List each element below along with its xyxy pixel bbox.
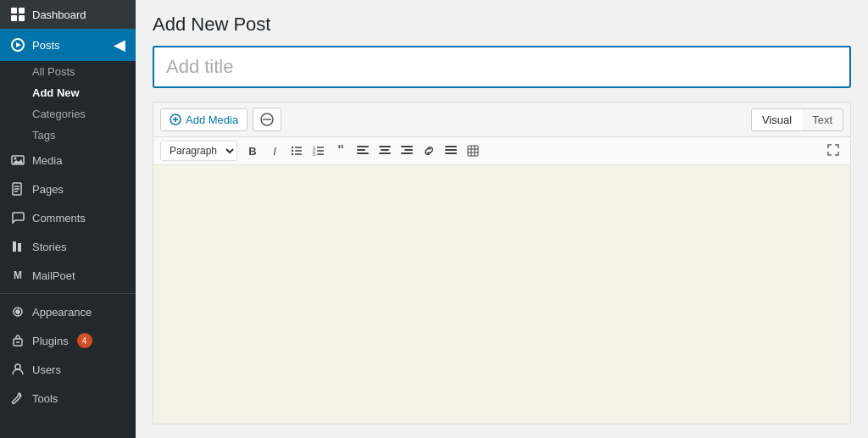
svg-text:3.: 3. [313,152,316,157]
svg-rect-33 [317,147,324,148]
svg-point-28 [292,150,293,152]
sidebar-label-media: Media [32,154,62,167]
sidebar-label-tools: Tools [32,392,58,405]
sidebar-label-dashboard: Dashboard [32,8,86,21]
align-center-icon [379,146,391,156]
sidebar-label-pages: Pages [32,183,64,196]
add-media-button[interactable]: Add Media [160,108,248,131]
sidebar-item-appearance[interactable]: Appearance [0,297,136,326]
svg-rect-46 [401,146,413,147]
sidebar-item-tools[interactable]: Tools [0,384,136,413]
bold-button[interactable]: B [242,141,263,161]
align-full-button[interactable] [441,141,461,161]
svg-rect-14 [18,243,21,252]
ordered-list-button[interactable]: 1. 2. 3. [309,141,329,161]
unordered-list-button[interactable] [287,141,307,161]
blockquote-button[interactable]: " [331,141,351,161]
no-format-icon [260,113,274,126]
sidebar-item-posts[interactable]: Posts ◀ [0,29,136,61]
sidebar-sub-all-posts[interactable]: All Posts [0,61,136,82]
link-icon [423,145,435,157]
svg-rect-40 [357,152,369,154]
sidebar-item-mailpoet[interactable]: M MailPoet [0,261,136,290]
svg-rect-27 [295,147,302,148]
svg-rect-13 [13,241,16,252]
align-full-icon [445,146,457,156]
comments-icon [10,210,25,225]
appearance-icon [10,304,25,319]
add-media-icon [170,114,181,125]
svg-rect-53 [468,146,478,156]
sidebar-item-stories[interactable]: Stories [0,232,136,261]
sidebar-item-plugins[interactable]: Plugins 4 [0,326,136,355]
ul-icon [291,145,303,157]
sidebar-label-appearance: Appearance [32,306,92,319]
align-left-button[interactable] [353,141,373,161]
users-icon [10,362,25,377]
table-icon [467,145,479,157]
svg-rect-44 [379,152,391,154]
expand-button[interactable] [823,141,843,161]
svg-rect-2 [11,15,17,21]
plugins-icon [10,333,25,348]
format-toolbar: Paragraph B I 1. 2. 3. [153,137,850,165]
svg-rect-47 [404,149,413,151]
svg-rect-43 [381,149,389,151]
expand-icon [827,144,839,156]
align-left-icon [357,146,369,156]
svg-rect-38 [357,146,369,147]
sidebar-sub-add-new[interactable]: Add New [0,82,136,103]
sidebar-item-media[interactable]: Media [0,146,136,175]
editor-topbar: Add Media Visual Text [153,103,850,137]
sidebar-label-users: Users [32,363,61,376]
pages-icon [10,181,25,197]
sidebar: Dashboard Posts ◀ All Posts Add New Cate… [0,0,136,438]
svg-marker-8 [13,159,23,164]
visual-tab[interactable]: Visual [752,109,802,130]
svg-rect-35 [317,150,324,152]
sidebar-item-dashboard[interactable]: Dashboard [0,0,136,29]
dashboard-icon [10,7,25,22]
svg-point-30 [292,153,293,155]
svg-rect-42 [379,146,391,147]
align-center-button[interactable] [375,141,395,161]
sidebar-sub-categories[interactable]: Categories [0,103,136,125]
posts-arrow: ◀ [114,36,125,54]
svg-rect-52 [445,152,457,154]
no-format-button[interactable] [253,108,281,131]
sidebar-sub-tags[interactable]: Tags [0,125,136,146]
ol-icon: 1. 2. 3. [313,145,325,157]
align-right-button[interactable] [397,141,417,161]
stories-icon [10,239,25,254]
svg-marker-5 [16,42,21,47]
svg-rect-29 [295,150,302,152]
svg-rect-0 [11,8,17,14]
post-title-input[interactable] [153,46,851,88]
svg-rect-50 [445,146,457,147]
svg-rect-1 [19,8,25,14]
table-button[interactable] [463,141,483,161]
text-tab[interactable]: Text [802,109,843,130]
svg-rect-31 [295,153,302,155]
sidebar-item-pages[interactable]: Pages [0,175,136,203]
italic-button[interactable]: I [264,141,285,161]
paragraph-select[interactable]: Paragraph [160,141,237,161]
svg-point-19 [15,364,20,369]
svg-rect-39 [357,149,365,151]
svg-rect-3 [19,15,25,21]
sidebar-label-stories: Stories [32,241,66,253]
svg-rect-51 [445,149,457,151]
media-icon [10,152,25,168]
posts-icon [10,37,25,53]
sidebar-item-comments[interactable]: Comments [0,203,136,232]
mailpoet-icon: M [10,268,25,283]
sidebar-item-users[interactable]: Users [0,355,136,384]
sidebar-label-comments: Comments [32,212,86,225]
svg-rect-37 [317,153,324,155]
link-button[interactable] [419,141,439,161]
sidebar-divider [0,293,136,294]
editor-body[interactable] [153,165,850,424]
sidebar-label-mailpoet: MailPoet [32,269,75,282]
svg-rect-48 [401,152,413,154]
editor-container: Add Media Visual Text [153,102,851,424]
